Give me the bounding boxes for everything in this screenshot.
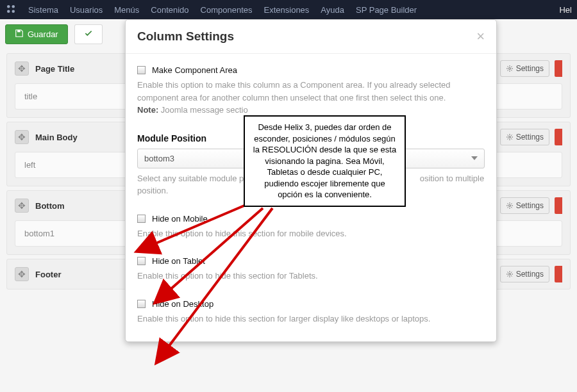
hide-desktop-checkbox[interactable] xyxy=(137,300,146,308)
modal-header: Column Settings × xyxy=(126,20,496,54)
hide-tablet-checkbox[interactable] xyxy=(137,257,146,265)
close-icon[interactable]: × xyxy=(476,29,485,44)
note-label: Note: xyxy=(137,105,158,115)
modal-title: Column Settings xyxy=(137,29,476,44)
hide-mobile-label: Hide on Mobile xyxy=(152,214,208,224)
make-component-label: Make Component Area xyxy=(152,65,237,75)
hide-mobile-help: Enable this option to hide this section … xyxy=(137,227,485,240)
hide-desktop-label: Hide on Desktop xyxy=(152,299,213,309)
chevron-down-icon xyxy=(471,156,478,160)
hide-desktop-section: Hide on Desktop Enable this option to hi… xyxy=(137,299,485,325)
hide-tablet-label: Hide on Tablet xyxy=(152,256,205,266)
make-component-help: Enable this option to make this column a… xyxy=(137,79,485,117)
hide-desktop-help: Enable this option to hide this section … xyxy=(137,313,485,325)
make-component-section: Make Component Area Enable this option t… xyxy=(137,65,485,117)
hide-mobile-checkbox[interactable] xyxy=(137,215,146,223)
hide-tablet-help: Enable this option to hide this section … xyxy=(137,270,485,282)
hide-mobile-section: Hide on Mobile Enable this option to hid… xyxy=(137,214,485,240)
hide-tablet-section: Hide on Tablet Enable this option to hid… xyxy=(137,256,485,282)
make-component-checkbox[interactable] xyxy=(137,66,146,74)
module-position-value: bottom3 xyxy=(144,154,174,163)
annotation-callout: Desde Helix 3, puedes dar orden de escon… xyxy=(244,115,406,207)
